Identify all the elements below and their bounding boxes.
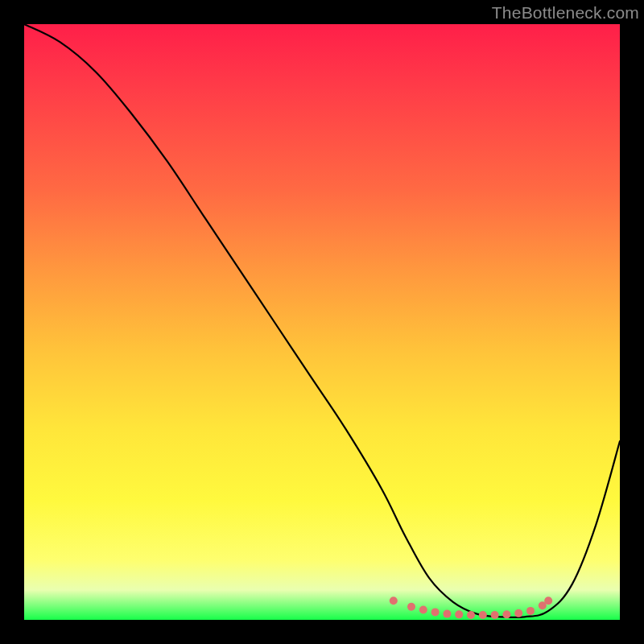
marker-dot (479, 611, 487, 619)
curve-layer (24, 24, 620, 620)
marker-dot (390, 597, 398, 605)
marker-dot (526, 607, 535, 615)
chart-stage: TheBottleneck.com (0, 0, 644, 644)
marker-dot (455, 610, 463, 618)
plot-area (24, 24, 620, 620)
marker-dot (502, 610, 510, 618)
marker-dot (443, 610, 451, 618)
marker-dot (514, 609, 522, 617)
watermark-text: TheBottleneck.com (492, 3, 639, 23)
marker-dot (431, 608, 440, 616)
marker-dot (419, 605, 427, 613)
marker-dot (407, 603, 415, 611)
marker-dot (544, 597, 552, 605)
marker-dot (467, 611, 475, 619)
main-curve (24, 24, 620, 617)
marker-dot (491, 611, 499, 619)
